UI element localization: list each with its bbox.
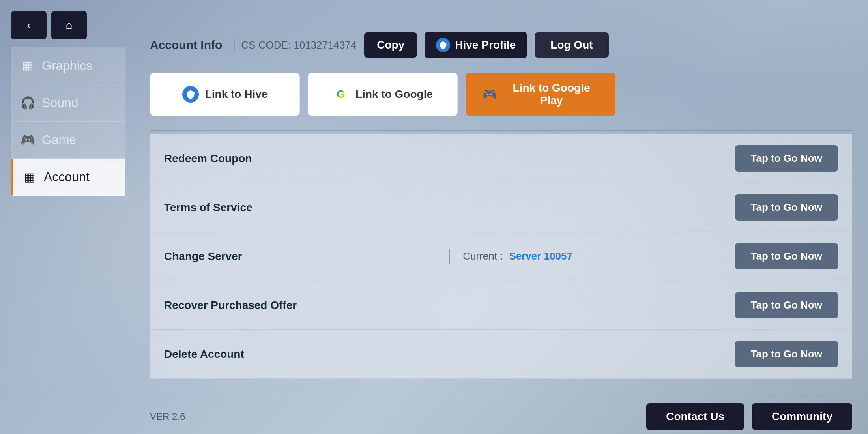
account-icon: ▦ (22, 170, 37, 184)
delete-account-row: Delete Account Tap to Go Now (150, 330, 852, 379)
redeem-coupon-tap-button[interactable]: Tap to Go Now (735, 145, 838, 172)
cs-code: CS CODE: 10132714374 (234, 39, 356, 51)
redeem-coupon-row: Redeem Coupon Tap to Go Now (150, 134, 852, 183)
g-letter: G (337, 88, 345, 101)
current-label: Current : (463, 250, 503, 262)
settings-section: Redeem Coupon Tap to Go Now Terms of Ser… (150, 130, 852, 379)
recover-offer-label: Recover Purchased Offer (164, 299, 735, 312)
sound-icon: 🎧 (21, 96, 35, 110)
link-google-play-label: Link to Google Play (503, 82, 599, 107)
sidebar-item-game[interactable]: 🎮 Game (11, 122, 125, 159)
terms-service-label: Terms of Service (164, 201, 735, 214)
hive-icon-small (436, 38, 450, 52)
footer-bar: VER 2.6 Contact Us Community (150, 395, 852, 430)
recover-offer-tap-button[interactable]: Tap to Go Now (735, 292, 838, 318)
account-info-bar: Account Info CS CODE: 10132714374 Copy H… (150, 32, 852, 58)
version-label: VER 2.6 (150, 411, 638, 422)
sidebar-label-graphics: Graphics (42, 58, 92, 73)
cs-code-value: 10132714374 (294, 39, 356, 51)
sidebar-label-sound: Sound (42, 95, 79, 110)
sidebar-item-account[interactable]: ▦ Account (11, 159, 125, 196)
hive-profile-button[interactable]: Hive Profile (425, 32, 527, 58)
change-server-label: Change Server (164, 250, 449, 263)
sidebar-label-game: Game (42, 133, 76, 147)
divider (449, 249, 450, 264)
logout-button[interactable]: Log Out (535, 32, 608, 58)
redeem-coupon-label: Redeem Coupon (164, 152, 735, 165)
terms-service-tap-button[interactable]: Tap to Go Now (735, 194, 838, 221)
change-server-row: Change Server Current : Server 10057 Tap… (150, 232, 852, 281)
link-google-play-button[interactable]: 🎮 Link to Google Play (466, 73, 615, 116)
link-hive-label: Link to Hive (205, 88, 268, 101)
game-icon: 🎮 (21, 133, 35, 147)
community-button[interactable]: Community (752, 403, 852, 430)
sidebar-item-graphics[interactable]: ▦ Graphics (11, 47, 125, 84)
sidebar-item-sound[interactable]: 🎧 Sound (11, 84, 125, 122)
delete-account-label: Delete Account (164, 348, 735, 361)
home-icon: ⌂ (66, 19, 73, 32)
link-google-button[interactable]: G Link to Google (308, 73, 458, 116)
graphics-icon: ▦ (21, 59, 35, 73)
link-buttons-row: Link to Hive G Link to Google 🎮 Link to … (150, 73, 852, 116)
copy-button[interactable]: Copy (364, 32, 417, 58)
home-button[interactable]: ⌂ (51, 11, 87, 39)
cs-code-prefix: CS CODE: (241, 39, 291, 51)
link-hive-button[interactable]: Link to Hive (150, 73, 300, 116)
google-logo-icon: G (333, 86, 349, 103)
contact-us-button[interactable]: Contact Us (646, 403, 744, 430)
terms-service-row: Terms of Service Tap to Go Now (150, 183, 852, 232)
server-value: Server 10057 (509, 250, 572, 262)
main-content: Account Info CS CODE: 10132714374 Copy H… (150, 32, 852, 418)
hive-logo-icon (182, 86, 199, 103)
server-info: Current : Server 10057 (449, 249, 735, 264)
account-info-label: Account Info (150, 38, 222, 52)
change-server-tap-button[interactable]: Tap to Go Now (735, 243, 838, 269)
sidebar-label-account: Account (44, 170, 90, 184)
nav-buttons: ‹ ⌂ (11, 11, 87, 39)
hive-profile-label: Hive Profile (455, 39, 516, 51)
back-icon: ‹ (27, 19, 30, 32)
gamepad-icon: 🎮 (482, 86, 497, 103)
back-button[interactable]: ‹ (11, 11, 47, 39)
recover-offer-row: Recover Purchased Offer Tap to Go Now (150, 281, 852, 330)
delete-account-tap-button[interactable]: Tap to Go Now (735, 341, 838, 367)
link-google-label: Link to Google (355, 88, 433, 101)
sidebar: ▦ Graphics 🎧 Sound 🎮 Game ▦ Account (11, 47, 125, 196)
